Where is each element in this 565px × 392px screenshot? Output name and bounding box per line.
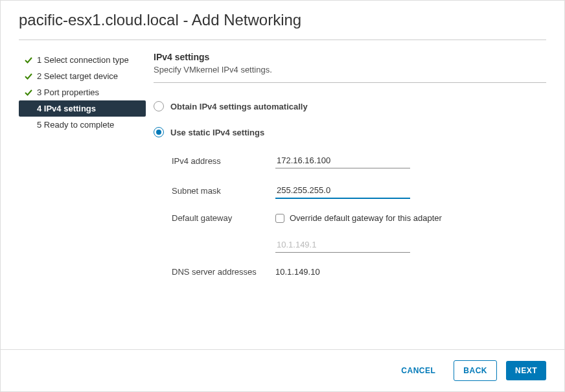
cancel-button[interactable]: CANCEL (392, 361, 444, 380)
nav-step-label: 5 Ready to complete (37, 120, 114, 130)
back-button[interactable]: BACK (454, 360, 497, 381)
dialog-header: pacific-esx1.cloud.local - Add Networkin… (1, 1, 564, 36)
nav-step-2[interactable]: 2 Select target device (19, 68, 146, 84)
nav-step-label: 1 Select connection type (37, 55, 129, 65)
check-icon (24, 88, 33, 97)
dns-label: DNS server addresses (172, 267, 275, 277)
nav-step-label: 3 Port properties (37, 87, 99, 97)
field-gateway: Default gateway Override default gateway… (172, 213, 546, 223)
wizard-content: IPv4 settings Specify VMkernel IPv4 sett… (154, 52, 546, 349)
radio-static[interactable]: Use static IPv4 settings (154, 127, 546, 137)
check-icon (24, 72, 33, 81)
dialog-footer: CANCEL BACK NEXT (1, 349, 564, 391)
field-dns: DNS server addresses 10.1.149.10 (172, 267, 546, 277)
check-icon (24, 56, 33, 65)
gateway-override-label: Override default gateway for this adapte… (290, 213, 442, 223)
nav-step-label: 2 Select target device (37, 71, 118, 81)
radio-label: Obtain IPv4 settings automatically (170, 102, 308, 111)
ipv4-label: IPv4 address (172, 156, 275, 166)
content-rule (154, 82, 546, 83)
radio-icon (154, 101, 164, 111)
checkbox-icon (275, 214, 284, 223)
dialog-body: 1 Select connection type 2 Select target… (1, 40, 564, 349)
radio-label: Use static IPv4 settings (170, 128, 264, 137)
content-subtitle: Specify VMkernel IPv4 settings. (154, 65, 546, 75)
nav-step-1[interactable]: 1 Select connection type (19, 52, 146, 68)
field-gateway-value (172, 237, 546, 253)
field-subnet: Subnet mask (172, 183, 546, 199)
subnet-input[interactable] (275, 183, 410, 199)
field-ipv4: IPv4 address (172, 153, 546, 168)
ipv4-form: IPv4 address Subnet mask Default gateway… (154, 153, 546, 277)
nav-step-4[interactable]: 4 IPv4 settings (19, 100, 146, 117)
gateway-override[interactable]: Override default gateway for this adapte… (275, 213, 442, 223)
nav-step-5[interactable]: 5 Ready to complete (19, 117, 146, 133)
dialog-title: pacific-esx1.cloud.local - Add Networkin… (19, 11, 546, 29)
next-button[interactable]: NEXT (506, 361, 546, 380)
radio-auto[interactable]: Obtain IPv4 settings automatically (154, 101, 546, 111)
gateway-label: Default gateway (172, 213, 275, 223)
nav-step-3[interactable]: 3 Port properties (19, 84, 146, 100)
radio-icon (154, 127, 164, 137)
gateway-input (275, 237, 410, 253)
ipv4-input[interactable] (275, 153, 410, 168)
dns-value: 10.1.149.10 (275, 267, 320, 277)
content-title: IPv4 settings (154, 52, 546, 62)
nav-step-label: 4 IPv4 settings (37, 104, 96, 113)
subnet-label: Subnet mask (172, 186, 275, 196)
wizard-nav: 1 Select connection type 2 Select target… (19, 52, 146, 349)
